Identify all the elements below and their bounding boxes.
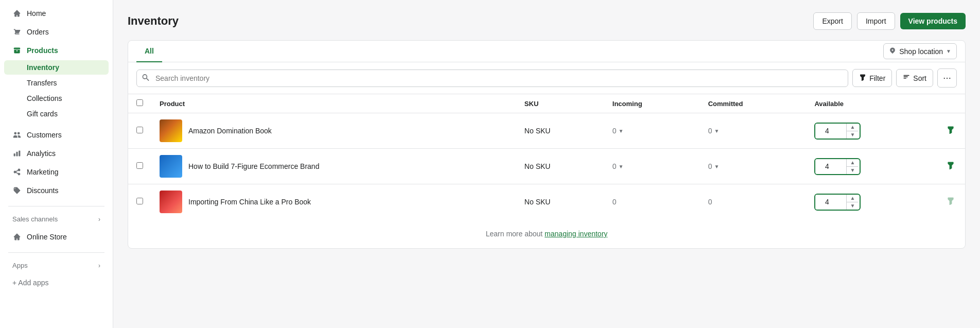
sidebar-item-orders[interactable]: Orders	[4, 23, 109, 41]
sidebar-sub-item-inventory[interactable]: Inventory	[4, 60, 109, 75]
sidebar-item-online-store[interactable]: Online Store	[4, 228, 109, 246]
filter-button-label: Filter	[869, 74, 885, 82]
qty-increment-1[interactable]: ▲	[847, 124, 858, 131]
available-cell-1: ▲ ▼	[814, 123, 928, 140]
row-filter-button-1[interactable]	[944, 124, 957, 138]
sidebar-item-home-label: Home	[27, 9, 46, 18]
sort-icon	[903, 74, 910, 82]
sidebar-item-add-apps[interactable]: + Add apps	[4, 274, 109, 291]
import-button[interactable]: Import	[857, 12, 895, 30]
qty-increment-3[interactable]: ▲	[847, 195, 858, 202]
discounts-icon	[12, 186, 22, 195]
select-all-checkbox[interactable]	[136, 99, 143, 106]
product-name-3: Importing From China Like a Pro Book	[188, 198, 311, 206]
sidebar-item-analytics[interactable]: Analytics	[4, 145, 109, 162]
sidebar-item-customers[interactable]: Customers	[4, 126, 109, 144]
row-committed-1: 0 ▼	[700, 113, 807, 149]
incoming-value-2: 0	[612, 162, 617, 170]
marketing-icon	[12, 167, 22, 177]
row-checkbox-2[interactable]	[136, 162, 143, 169]
th-available-label: Available	[814, 100, 844, 108]
shop-location-label: Shop location	[899, 47, 943, 56]
qty-spinners-2: ▲ ▼	[846, 159, 858, 174]
sidebar-sub-item-transfers[interactable]: Transfers	[4, 76, 109, 90]
product-name-1: Amazon Domination Book	[188, 127, 272, 135]
row-checkbox-1[interactable]	[136, 127, 143, 133]
filter-button[interactable]: Filter	[852, 69, 892, 87]
sidebar-sub-item-gift-cards[interactable]: Gift cards	[4, 107, 109, 121]
sidebar-sub-item-gift-cards-label: Gift cards	[27, 110, 58, 118]
sidebar-item-marketing[interactable]: Marketing	[4, 163, 109, 181]
qty-input-3[interactable]	[815, 195, 846, 210]
sidebar-item-discounts[interactable]: Discounts	[4, 182, 109, 199]
row-committed-3: 0	[700, 184, 807, 220]
analytics-icon	[12, 149, 22, 158]
sidebar-item-marketing-label: Marketing	[27, 168, 58, 176]
sidebar-sub-item-transfers-label: Transfers	[27, 79, 57, 87]
product-cell-2: How to Build 7-Figure Ecommerce Brand	[160, 155, 508, 178]
row-checkbox-3[interactable]	[136, 198, 143, 204]
qty-input-wrapper-3: ▲ ▼	[814, 194, 861, 211]
table-row: Importing From China Like a Pro Book No …	[128, 184, 965, 220]
th-checkbox	[128, 94, 151, 113]
qty-spinners-3: ▲ ▼	[846, 195, 858, 210]
row-checkbox-cell	[128, 184, 151, 220]
row-incoming-3: 0	[604, 184, 700, 220]
row-incoming-2: 0 ▼	[604, 149, 700, 184]
product-thumbnail-1	[160, 119, 182, 142]
sidebar-apps-section[interactable]: Apps ›	[4, 257, 109, 273]
incoming-dropdown-icon[interactable]: ▼	[619, 164, 624, 169]
sidebar-item-products-label: Products	[27, 46, 58, 55]
sidebar-item-home[interactable]: Home	[4, 5, 109, 22]
qty-decrement-2[interactable]: ▼	[847, 167, 858, 174]
qty-input-wrapper-1: ▲ ▼	[814, 123, 861, 140]
location-pin-icon	[889, 47, 896, 56]
customers-icon	[12, 130, 22, 140]
tab-all[interactable]: All	[136, 41, 162, 62]
search-input[interactable]	[136, 70, 848, 87]
page-title: Inventory	[128, 14, 179, 28]
sort-button[interactable]: Sort	[896, 69, 933, 87]
search-icon	[142, 73, 150, 83]
incoming-value-1: 0	[612, 127, 617, 135]
sidebar-item-discounts-label: Discounts	[27, 186, 58, 195]
page-content: Inventory Export Import View products Al…	[113, 0, 980, 328]
th-committed-label: Committed	[708, 100, 743, 108]
committed-dropdown-icon[interactable]: ▼	[714, 128, 719, 134]
row-sku-1: No SKU	[516, 113, 604, 149]
table-row: Amazon Domination Book No SKU 0 ▼ 0 ▼ ▲	[128, 113, 965, 149]
managing-inventory-link[interactable]: managing inventory	[545, 230, 607, 238]
view-products-button[interactable]: View products	[900, 13, 966, 29]
qty-input-2[interactable]	[815, 159, 846, 174]
products-icon	[12, 46, 22, 55]
page-header: Inventory Export Import View products	[128, 12, 966, 30]
sidebar-sales-channels[interactable]: Sales channels ›	[4, 211, 109, 227]
header-actions: Export Import View products	[813, 12, 966, 30]
sidebar-item-orders-label: Orders	[27, 28, 49, 36]
row-filter-button-3[interactable]	[944, 195, 957, 209]
orders-icon	[12, 27, 22, 37]
qty-decrement-1[interactable]: ▼	[847, 131, 858, 139]
qty-spinners-1: ▲ ▼	[846, 124, 858, 139]
th-product-label: Product	[160, 100, 185, 108]
footer-note: Learn more about managing inventory	[128, 219, 965, 248]
committed-dropdown-icon[interactable]: ▼	[714, 164, 719, 169]
qty-input-1[interactable]	[815, 124, 846, 139]
row-product-cell: Amazon Domination Book	[151, 113, 516, 149]
qty-increment-2[interactable]: ▲	[847, 159, 858, 167]
shop-location-button[interactable]: Shop location ▼	[883, 43, 957, 59]
table-body: Amazon Domination Book No SKU 0 ▼ 0 ▼ ▲	[128, 113, 965, 220]
inventory-card: All Shop location ▼	[128, 40, 966, 249]
search-wrapper	[136, 70, 848, 87]
qty-decrement-3[interactable]: ▼	[847, 202, 858, 210]
more-actions-button[interactable]: ⋯	[937, 68, 957, 88]
sales-channels-label: Sales channels	[12, 215, 58, 223]
incoming-dropdown-icon[interactable]: ▼	[619, 128, 624, 134]
sidebar-item-products[interactable]: Products	[4, 42, 109, 59]
sidebar-sub-item-collections[interactable]: Collections	[4, 91, 109, 106]
th-actions	[936, 94, 965, 113]
row-filter-button-2[interactable]	[944, 159, 957, 174]
export-button[interactable]: Export	[813, 12, 851, 30]
th-sku-label: SKU	[524, 100, 538, 108]
qty-input-wrapper-2: ▲ ▼	[814, 158, 861, 175]
